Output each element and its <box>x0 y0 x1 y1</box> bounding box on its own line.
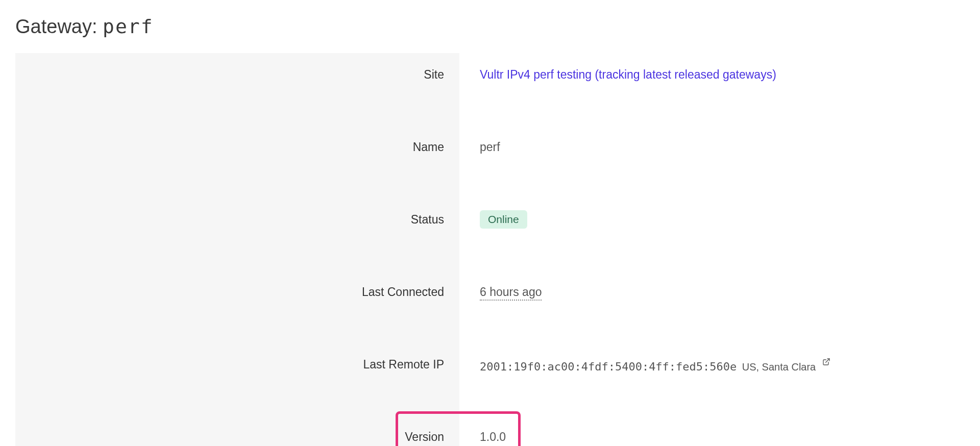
label-status: Status <box>15 198 459 241</box>
title-gateway-name: perf <box>103 15 154 38</box>
remote-ip-address: 2001:19f0:ac00:4fdf:5400:4ff:fed5:560e <box>480 360 737 373</box>
value-last-connected: 6 hours ago <box>480 285 965 299</box>
label-name: Name <box>15 126 459 168</box>
external-link-icon[interactable] <box>822 355 830 369</box>
label-site: Site <box>15 53 459 96</box>
value-status: Online <box>480 210 965 229</box>
remote-ip-location: US, Santa Clara <box>742 361 816 373</box>
value-version: 1.0.0 <box>480 430 965 444</box>
svg-line-0 <box>825 359 829 362</box>
status-badge: Online <box>480 210 527 229</box>
detail-panel: Site Vultr IPv4 perf testing (tracking l… <box>15 53 965 446</box>
site-link[interactable]: Vultr IPv4 perf testing (tracking latest… <box>480 68 776 81</box>
label-last-connected: Last Connected <box>15 270 459 313</box>
label-last-remote-ip: Last Remote IP <box>15 343 459 386</box>
title-prefix: Gateway: <box>15 16 97 37</box>
label-version: Version <box>15 415 459 446</box>
value-site: Vultr IPv4 perf testing (tracking latest… <box>480 68 965 82</box>
value-last-remote-ip: 2001:19f0:ac00:4fdf:5400:4ff:fed5:560e U… <box>480 355 965 374</box>
value-name: perf <box>480 140 965 154</box>
page-title: Gateway: perf <box>15 15 965 38</box>
last-connected-time[interactable]: 6 hours ago <box>480 285 542 301</box>
label-column-bg <box>15 53 459 446</box>
